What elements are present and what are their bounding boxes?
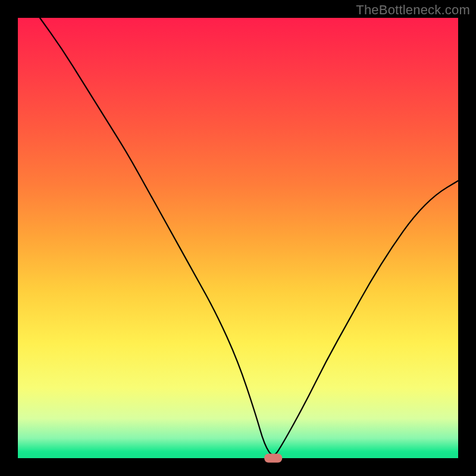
optimal-point-marker — [264, 454, 282, 463]
bottleneck-chart — [0, 0, 476, 476]
chart-frame: TheBottleneck.com — [0, 0, 476, 476]
watermark-label: TheBottleneck.com — [356, 2, 470, 18]
baseline-strip — [18, 453, 458, 458]
